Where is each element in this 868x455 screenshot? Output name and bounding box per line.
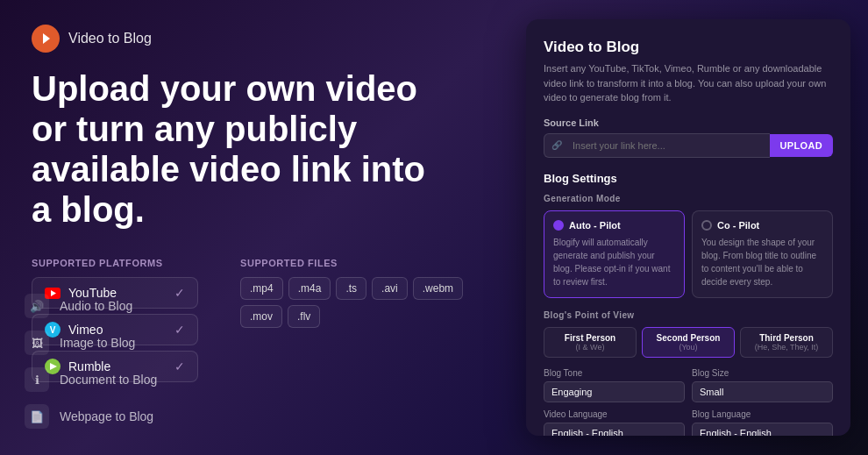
nav-webpage-label: Webpage to Blog bbox=[60, 409, 153, 423]
auto-pilot-desc: Blogify will automatically generate and … bbox=[553, 236, 675, 288]
co-pilot-radio bbox=[701, 220, 712, 231]
card-description: Insert any YouTube, TikTok, Vimeo, Rumbl… bbox=[544, 61, 833, 105]
file-ts: .ts bbox=[336, 277, 366, 300]
file-avi: .avi bbox=[372, 277, 408, 300]
video-language-select[interactable]: English - English bbox=[544, 423, 685, 437]
audio-icon: 🔊 bbox=[25, 294, 49, 318]
nav-image-to-blog[interactable]: 🖼 Image to Blog bbox=[25, 331, 157, 355]
blog-size-label: Blog Size bbox=[692, 368, 833, 378]
file-flv: .flv bbox=[288, 305, 320, 328]
source-link-input[interactable] bbox=[544, 133, 770, 158]
pov-options: First Person (I & We) Second Person (You… bbox=[544, 327, 833, 358]
blog-tone-setting: Blog Tone Engaging bbox=[544, 368, 685, 402]
hero-heading: Upload your own video or turn any public… bbox=[32, 68, 452, 230]
youtube-check: ✓ bbox=[174, 286, 185, 300]
pov-label: Blog's Point of View bbox=[544, 310, 833, 320]
file-webm: .webm bbox=[413, 277, 463, 300]
pov-second[interactable]: Second Person (You) bbox=[642, 327, 735, 358]
blog-size-select[interactable]: Small bbox=[692, 381, 833, 402]
video-language-setting: Video Language English - English bbox=[544, 409, 685, 437]
generation-modes: Auto - Pilot Blogify will automatically … bbox=[544, 210, 833, 298]
nav-audio-to-blog[interactable]: 🔊 Audio to Blog bbox=[25, 294, 157, 318]
auto-pilot-name: Auto - Pilot bbox=[569, 220, 621, 231]
app-icon bbox=[32, 25, 60, 53]
file-m4a: .m4a bbox=[288, 277, 331, 300]
pov-first[interactable]: First Person (I & We) bbox=[544, 327, 637, 358]
file-mp4: .mp4 bbox=[240, 277, 283, 300]
mode-auto-pilot[interactable]: Auto - Pilot Blogify will automatically … bbox=[544, 210, 685, 298]
blog-settings-title: Blog Settings bbox=[544, 172, 833, 185]
video-language-label: Video Language bbox=[544, 409, 685, 419]
blog-size-setting: Blog Size Small bbox=[692, 368, 833, 402]
nav-webpage-to-blog[interactable]: 📄 Webpage to Blog bbox=[25, 404, 157, 429]
nav-document-label: Document to Blog bbox=[60, 373, 157, 387]
mode-co-pilot[interactable]: Co - Pilot You design the shape of your … bbox=[692, 210, 833, 298]
svg-marker-0 bbox=[43, 33, 50, 44]
co-pilot-desc: You design the shape of your blog. From … bbox=[701, 236, 823, 288]
upload-button[interactable]: UPLOAD bbox=[770, 134, 833, 157]
platforms-label: Supported Platforms bbox=[32, 258, 198, 268]
blog-tone-label: Blog Tone bbox=[544, 368, 685, 378]
auto-pilot-radio bbox=[553, 220, 564, 231]
webpage-icon: 📄 bbox=[25, 404, 49, 429]
image-icon: 🖼 bbox=[25, 331, 49, 355]
files-label: Supported Files bbox=[240, 258, 477, 268]
nav-document-to-blog[interactable]: ℹ Document to Blog bbox=[25, 367, 157, 392]
side-nav: 🔊 Audio to Blog 🖼 Image to Blog ℹ Docume… bbox=[25, 294, 157, 429]
files-row: .mp4 .m4a .ts .avi .webm .mov .flv bbox=[240, 277, 477, 328]
blog-language-label: Blog Language bbox=[692, 409, 833, 419]
document-icon: ℹ bbox=[25, 367, 49, 392]
card-title: Video to Blog bbox=[544, 39, 833, 56]
left-panel: Video to Blog Upload your own video or t… bbox=[0, 0, 509, 455]
pov-section: Blog's Point of View First Person (I & W… bbox=[544, 310, 833, 358]
source-link-row: UPLOAD bbox=[544, 133, 833, 158]
link-input-wrap bbox=[544, 133, 770, 158]
vimeo-check: ✓ bbox=[174, 323, 185, 337]
nav-audio-label: Audio to Blog bbox=[60, 299, 132, 313]
co-pilot-name: Co - Pilot bbox=[717, 220, 759, 231]
app-title-row: Video to Blog bbox=[32, 25, 477, 53]
app-title: Video to Blog bbox=[68, 31, 152, 46]
file-mov: .mov bbox=[240, 305, 282, 328]
rumble-check: ✓ bbox=[174, 359, 185, 373]
generation-mode-label: Generation Mode bbox=[544, 194, 833, 203]
right-panel-card: Video to Blog Insert any YouTube, TikTok… bbox=[526, 19, 850, 436]
pov-third[interactable]: Third Person (He, She, They, It) bbox=[740, 327, 833, 358]
source-link-label: Source Link bbox=[544, 117, 833, 128]
blog-tone-select[interactable]: Engaging bbox=[544, 381, 685, 402]
nav-image-label: Image to Blog bbox=[60, 336, 135, 350]
blog-language-setting: Blog Language English - English bbox=[692, 409, 833, 437]
settings-grid: Blog Tone Engaging Blog Size Small Video… bbox=[544, 368, 833, 437]
files-col: Supported Files .mp4 .m4a .ts .avi .webm… bbox=[240, 258, 477, 387]
blog-language-select[interactable]: English - English bbox=[692, 423, 833, 437]
